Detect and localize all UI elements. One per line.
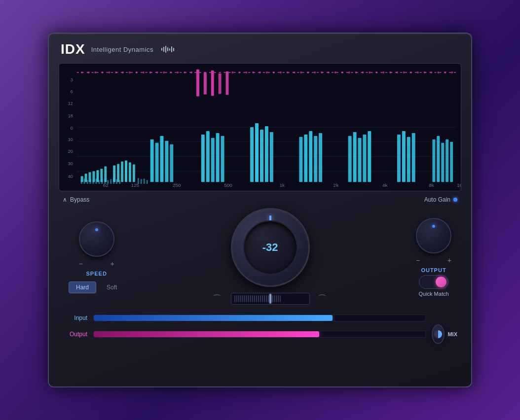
output-meter-row: Output MIX <box>63 324 457 344</box>
svg-rect-51 <box>424 71 426 73</box>
svg-rect-3 <box>211 70 214 96</box>
svg-rect-109 <box>87 180 88 184</box>
svg-text:125: 125 <box>131 182 140 188</box>
svg-rect-7 <box>88 71 90 73</box>
svg-rect-53 <box>437 71 439 73</box>
speed-plus[interactable]: + <box>111 260 114 268</box>
svg-rect-33 <box>300 71 302 73</box>
bypass-label[interactable]: ∧ Bypass <box>63 196 89 203</box>
svg-rect-12 <box>122 71 124 73</box>
svg-rect-108 <box>84 178 85 184</box>
svg-rect-75 <box>160 136 163 182</box>
svg-rect-76 <box>165 141 168 182</box>
svg-rect-46 <box>389 71 391 73</box>
svg-rect-32 <box>294 71 296 73</box>
svg-text:250: 250 <box>173 182 181 188</box>
svg-rect-95 <box>358 138 362 182</box>
svg-rect-86 <box>265 126 268 182</box>
svg-rect-52 <box>430 71 432 73</box>
slider-thumb[interactable] <box>269 294 271 304</box>
output-knob[interactable] <box>416 218 451 253</box>
svg-rect-77 <box>170 144 173 182</box>
slider-curve-right: ⌒ <box>318 293 327 305</box>
bypass-row: ∧ Bypass Auto Gain <box>59 195 461 204</box>
output-minus[interactable]: − <box>416 256 420 264</box>
svg-text:40: 40 <box>68 174 73 179</box>
svg-rect-89 <box>304 135 307 182</box>
slider-area: ⌒ ⌒ <box>214 291 327 307</box>
auto-gain-label[interactable]: Auto Gain <box>424 196 457 203</box>
mix-knob[interactable] <box>432 324 445 344</box>
svg-rect-37 <box>328 71 330 73</box>
svg-rect-74 <box>155 143 159 182</box>
svg-rect-27 <box>259 71 261 73</box>
svg-rect-2 <box>204 72 207 95</box>
hard-button[interactable]: Hard <box>69 281 96 293</box>
input-label: Input <box>63 315 87 321</box>
svg-text:1k: 1k <box>279 182 285 188</box>
svg-rect-29 <box>273 71 275 73</box>
svg-rect-24 <box>238 71 240 73</box>
input-meter <box>93 315 426 321</box>
svg-rect-72 <box>133 164 135 182</box>
svg-text:2k: 2k <box>334 182 339 188</box>
svg-rect-94 <box>353 132 357 182</box>
svg-rect-40 <box>348 71 350 73</box>
main-knob[interactable]: -32 <box>231 208 310 287</box>
header-waveform <box>161 46 174 53</box>
svg-rect-80 <box>211 138 215 182</box>
svg-rect-70 <box>125 160 127 182</box>
slider-curve-left: ⌒ <box>214 293 223 305</box>
svg-rect-42 <box>362 71 364 73</box>
svg-rect-21 <box>184 71 186 73</box>
quick-match-area: Quick Match <box>418 275 448 297</box>
svg-rect-111 <box>93 180 94 184</box>
svg-rect-107 <box>81 180 82 184</box>
svg-rect-81 <box>216 133 220 182</box>
soft-button[interactable]: Soft <box>99 281 124 293</box>
svg-text:500: 500 <box>224 182 232 188</box>
main-knob-group: -32 ⌒ <box>214 208 327 307</box>
svg-text:8k: 8k <box>429 182 434 188</box>
main-slider[interactable] <box>231 293 310 305</box>
svg-text:18: 18 <box>68 113 73 118</box>
svg-text:12: 12 <box>68 101 73 106</box>
svg-rect-48 <box>403 71 405 73</box>
svg-rect-119 <box>116 179 117 184</box>
svg-rect-110 <box>90 179 91 184</box>
svg-rect-79 <box>206 131 210 182</box>
svg-rect-28 <box>266 71 268 73</box>
plugin-frame: IDX Intelligent Dynamics <box>48 33 472 387</box>
svg-rect-92 <box>319 133 322 182</box>
speed-knob-group: − + SPEED Hard Soft <box>69 221 124 293</box>
svg-rect-30 <box>280 71 282 73</box>
svg-rect-15 <box>143 71 145 73</box>
svg-rect-23 <box>231 71 233 73</box>
svg-rect-98 <box>397 135 401 182</box>
svg-rect-19 <box>170 71 172 73</box>
spectrum-display: 3 6 12 18 0 10 20 30 40 62 125 250 500 1… <box>59 63 461 191</box>
plugin-subtitle: Intelligent Dynamics <box>91 46 153 53</box>
bypass-arrow-icon: ∧ <box>63 196 67 203</box>
svg-rect-93 <box>348 136 352 182</box>
svg-rect-44 <box>375 71 377 73</box>
mix-label: MIX <box>447 331 457 337</box>
svg-rect-104 <box>441 143 444 182</box>
svg-text:16k: 16k <box>457 182 461 188</box>
speed-minus[interactable]: − <box>79 260 83 268</box>
svg-rect-123 <box>144 178 145 184</box>
speed-knob[interactable] <box>79 221 114 257</box>
svg-rect-13 <box>129 71 131 73</box>
svg-rect-106 <box>450 142 453 182</box>
svg-rect-69 <box>121 161 123 182</box>
svg-rect-17 <box>156 71 158 73</box>
svg-rect-90 <box>309 131 312 182</box>
svg-rect-5 <box>226 71 229 95</box>
output-plus[interactable]: + <box>447 256 451 264</box>
svg-rect-85 <box>260 130 263 182</box>
svg-rect-22 <box>190 71 192 73</box>
svg-rect-73 <box>150 140 154 182</box>
svg-rect-38 <box>334 71 336 73</box>
quick-match-toggle[interactable] <box>419 275 448 289</box>
svg-rect-39 <box>341 71 343 73</box>
